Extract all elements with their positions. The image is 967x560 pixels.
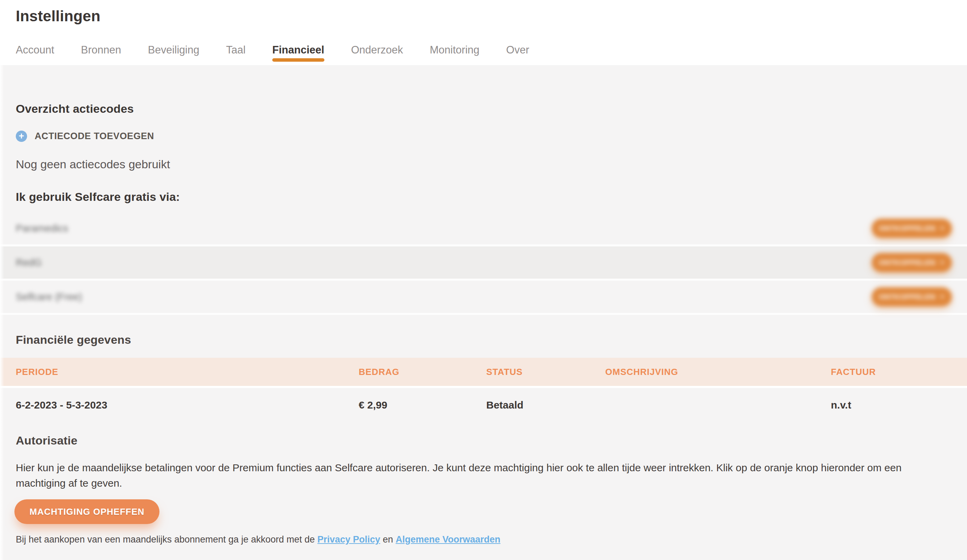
tab-account[interactable]: Account: [16, 44, 54, 56]
terms-footer-connector: en: [380, 534, 396, 545]
table-header-row: PERIODE BEDRAG STATUS OMSCHRIJVING FACTU…: [0, 358, 967, 388]
ontkoppelen-label: ONTKOPPELEN: [879, 224, 936, 232]
col-header-periode: PERIODE: [16, 367, 359, 377]
gratis-row: Paramedics ONTKOPPELEN ✕: [0, 212, 967, 246]
col-header-status: STATUS: [486, 367, 605, 377]
gratis-row-label-blurred: RedG: [16, 257, 42, 268]
ontkoppelen-label: ONTKOPPELEN: [879, 259, 936, 267]
tab-beveiliging[interactable]: Beveiliging: [148, 44, 199, 56]
tab-onderzoek[interactable]: Onderzoek: [351, 44, 403, 56]
cell-bedrag: € 2,99: [359, 399, 486, 411]
gratis-heading: Ik gebruik Selfcare gratis via:: [16, 190, 951, 204]
machtiging-opheffen-button[interactable]: MACHTIGING OPHEFFEN: [15, 499, 160, 524]
add-actiecode-label: ACTIECODE TOEVOEGEN: [35, 131, 154, 142]
tab-financieel[interactable]: Financieel: [272, 44, 324, 56]
col-header-bedrag: BEDRAG: [359, 367, 486, 377]
no-actiecodes-text: Nog geen actiecodes gebruikt: [16, 158, 951, 171]
tab-bronnen[interactable]: Bronnen: [81, 44, 121, 56]
actiecodes-heading: Overzicht actiecodes: [16, 65, 951, 115]
page-header: Instellingen Account Bronnen Beveiliging…: [0, 0, 967, 65]
algemene-voorwaarden-link[interactable]: Algemene Voorwaarden: [396, 534, 501, 545]
col-header-factuur: FACTUUR: [831, 367, 967, 377]
add-actiecode-button[interactable]: + ACTIECODE TOEVOEGEN: [16, 130, 154, 142]
autorisatie-description: Hier kun je de maandelijkse betalingen v…: [16, 460, 951, 491]
table-row: 6-2-2023 - 5-3-2023 € 2,99 Betaald n.v.t: [0, 388, 967, 422]
gratis-row: RedG ONTKOPPELEN ✕: [0, 246, 967, 281]
ontkoppelen-button[interactable]: ONTKOPPELEN ✕: [872, 253, 952, 272]
financiele-gegevens-heading: Financiële gegevens: [16, 333, 951, 346]
settings-tabs: Account Bronnen Beveiliging Taal Financi…: [16, 44, 967, 56]
plus-icon: +: [16, 130, 27, 142]
cell-periode: 6-2-2023 - 5-3-2023: [16, 399, 359, 411]
autorisatie-heading: Autorisatie: [16, 434, 951, 447]
tab-over[interactable]: Over: [506, 44, 529, 56]
ontkoppelen-button[interactable]: ONTKOPPELEN ✕: [872, 219, 952, 238]
tab-taal[interactable]: Taal: [226, 44, 246, 56]
terms-footer: Bij het aankopen van een maandelijks abo…: [16, 534, 951, 545]
unlink-close-icon: ✕: [940, 224, 945, 232]
col-header-omschrijving: OMSCHRIJVING: [605, 367, 831, 377]
cell-factuur: n.v.t: [831, 399, 967, 411]
gratis-row-label-blurred: Selfcare (Free): [16, 291, 82, 303]
gratis-row: Selfcare (Free) ONTKOPPELEN ✕: [0, 281, 967, 315]
privacy-policy-link[interactable]: Privacy Policy: [317, 534, 380, 545]
cell-status: Betaald: [486, 399, 605, 411]
financieel-content: Overzicht actiecodes + ACTIECODE TOEVOEG…: [0, 65, 967, 560]
gratis-list: Paramedics ONTKOPPELEN ✕ RedG ONTKOPPELE…: [0, 212, 967, 315]
ontkoppelen-button[interactable]: ONTKOPPELEN ✕: [872, 287, 952, 306]
page-title: Instellingen: [16, 8, 967, 25]
unlink-close-icon: ✕: [940, 293, 945, 301]
unlink-close-icon: ✕: [940, 259, 945, 266]
tab-monitoring[interactable]: Monitoring: [430, 44, 479, 56]
ontkoppelen-label: ONTKOPPELEN: [879, 293, 936, 301]
terms-footer-prefix: Bij het aankopen van een maandelijks abo…: [16, 534, 317, 545]
gratis-row-label-blurred: Paramedics: [16, 223, 68, 234]
settings-screen: Instellingen Account Bronnen Beveiliging…: [0, 0, 967, 560]
